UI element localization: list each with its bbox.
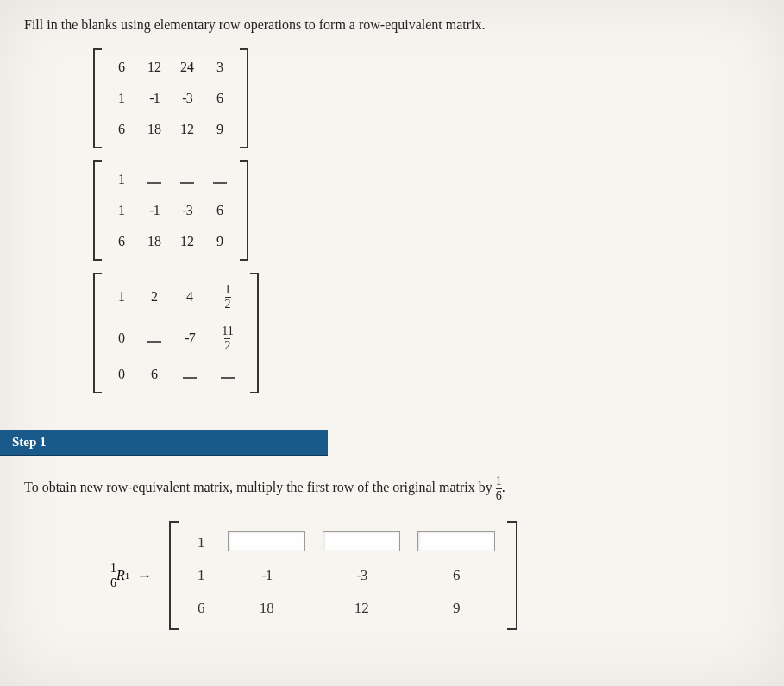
res-r1c4-input[interactable]: [409, 531, 504, 556]
m2-r2c3: -3: [171, 203, 204, 218]
m3-r1c3: 4: [171, 289, 209, 305]
coef-num: 1: [496, 475, 502, 488]
m1-r3c3: 12: [171, 122, 204, 137]
step-1-text-b: .: [502, 480, 505, 494]
res-r1c3-input[interactable]: [314, 531, 409, 556]
m3-r3c2: 6: [138, 367, 171, 382]
res-r2c2: -1: [219, 567, 314, 584]
m2-r1c3-blank[interactable]: [171, 172, 204, 187]
res-r2c1: 1: [183, 567, 219, 584]
prompt-text: Fill in the blanks using elementary row …: [24, 17, 760, 33]
m1-r1c1: 6: [105, 60, 138, 75]
step-1-header: Step 1: [0, 430, 328, 456]
m1-r2c2: -1: [138, 91, 171, 106]
m1-r2c4: 6: [204, 91, 236, 106]
m3-r2c4: 112: [209, 325, 247, 352]
step-1-text: To obtain new row-equivalent matrix, mul…: [24, 475, 760, 502]
m3-r2c3: -7: [171, 330, 209, 346]
res-r1c2-input[interactable]: [219, 531, 314, 556]
row-operation: 1 6 R1 →: [110, 563, 159, 589]
m2-r3c1: 6: [105, 234, 138, 249]
m3-r2c1: 0: [105, 330, 138, 346]
m2-r2c2: -1: [138, 203, 171, 218]
m2-r1c4-blank[interactable]: [204, 172, 236, 187]
m2-r3c2: 18: [138, 234, 171, 249]
res-r1c1: 1: [183, 534, 219, 551]
op-row-symbol: R: [116, 568, 125, 583]
m2-r1c2-blank[interactable]: [138, 172, 171, 187]
m1-r2c3: -3: [171, 91, 204, 106]
m2-r2c1: 1: [105, 203, 138, 218]
arrow-icon: →: [136, 567, 152, 585]
m3-r3c4-blank[interactable]: [209, 367, 247, 382]
res-r2c4: 6: [409, 567, 504, 584]
res-r3c1: 6: [183, 600, 219, 617]
m3-r1c4: 12: [209, 284, 247, 311]
op-den: 6: [110, 576, 116, 589]
m1-r2c1: 1: [105, 91, 138, 106]
op-num: 1: [110, 563, 116, 576]
res-r3c2: 18: [219, 600, 314, 617]
m1-r3c2: 18: [138, 122, 171, 137]
matrix-2: 1 1 -1 -3 6 6 18 12 9: [93, 160, 248, 261]
m2-r1c1: 1: [105, 172, 138, 187]
coef-fraction: 1 6: [496, 475, 502, 502]
m3-r3c3-blank[interactable]: [171, 367, 209, 382]
matrix-group: 6 12 24 3 1 -1 -3 6 6 18 12 9 1 1 -1: [93, 48, 760, 406]
m2-r2c4: 6: [204, 203, 236, 218]
step-1-text-a: To obtain new row-equivalent matrix, mul…: [24, 480, 496, 494]
res-r3c4: 9: [409, 600, 504, 617]
res-r3c3: 12: [314, 600, 409, 617]
m3-r3c1: 0: [105, 367, 138, 382]
m1-r1c3: 24: [171, 60, 204, 75]
m2-r3c4: 9: [204, 234, 236, 249]
matrix-3: 1 2 4 12 0 -7 112 0 6: [93, 273, 259, 393]
op-fraction: 1 6: [110, 563, 116, 589]
res-r2c3: -3: [314, 567, 409, 584]
m1-r1c4: 3: [204, 60, 236, 75]
result-matrix: 1 1 -1 -3 6 6 18 12 9: [169, 521, 517, 630]
m1-r3c4: 9: [204, 122, 236, 137]
m1-r1c2: 12: [138, 60, 171, 75]
m3-r2c2-blank[interactable]: [138, 330, 171, 346]
step-1-body: To obtain new row-equivalent matrix, mul…: [24, 456, 760, 630]
m3-r1c1: 1: [105, 289, 138, 305]
coef-den: 6: [496, 488, 502, 502]
m2-r3c3: 12: [171, 234, 204, 249]
m3-r1c2: 2: [138, 289, 171, 305]
step-1-equation: 1 6 R1 → 1 1 -1 -3 6 6 18 12: [110, 521, 760, 630]
op-row-sub: 1: [125, 570, 130, 581]
m1-r3c1: 6: [105, 122, 138, 137]
matrix-1: 6 12 24 3 1 -1 -3 6 6 18 12 9: [93, 48, 248, 148]
